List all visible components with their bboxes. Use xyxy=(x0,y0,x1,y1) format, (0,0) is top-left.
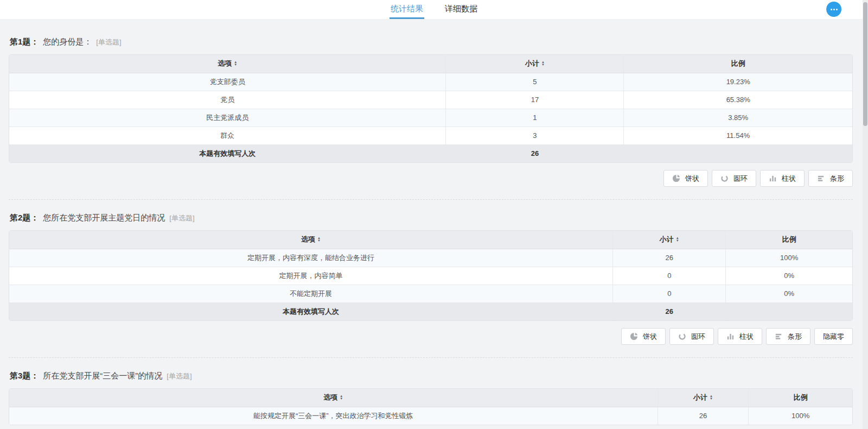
more-ellipsis-icon xyxy=(831,9,832,10)
question-type-tag: [单选题] xyxy=(169,214,194,222)
column-header-subtotal[interactable]: 小计▲▼ xyxy=(613,231,726,249)
ring-chart-button[interactable]: 圆环 xyxy=(712,170,756,187)
subtotal-cell: 3 xyxy=(446,127,624,144)
option-cell: 定期开展，内容简单 xyxy=(9,267,613,285)
sort-icon[interactable]: ▲▼ xyxy=(340,395,343,400)
ratio-cell: 3.85% xyxy=(624,109,852,127)
chart-type-buttons: 饼状 圆环 柱状 条形 隐藏零 xyxy=(9,328,853,345)
option-cell: 民主党派成员 xyxy=(9,109,446,127)
table-header-row: 选项▲▼ 小计▲▼ 比例 xyxy=(9,389,852,407)
question-block-3: 第3题：所在党支部开展“三会一课”的情况[单选题] 选项▲▼ 小计▲▼ 比例 能… xyxy=(9,358,853,425)
hbar-chart-button[interactable]: 条形 xyxy=(808,170,853,187)
option-cell: 定期开展，内容有深度，能结合业务进行 xyxy=(9,249,613,267)
option-cell: 党员 xyxy=(9,91,446,109)
total-row: 本题有效填写人次 26 xyxy=(9,302,852,320)
question-block-2: 第2题：您所在党支部开展主题党日的情况[单选题] 选项▲▼ 小计▲▼ 比例 定期… xyxy=(9,200,853,358)
total-value: 26 xyxy=(613,302,726,320)
ring-chart-button[interactable]: 圆环 xyxy=(669,328,714,345)
ratio-cell: 0% xyxy=(726,267,852,285)
subtotal-cell: 17 xyxy=(446,91,624,109)
question-title: 第2题：您所在党支部开展主题党日的情况[单选题] xyxy=(9,213,853,223)
subtotal-cell: 26 xyxy=(613,249,726,267)
question-title: 第3题：所在党支部开展“三会一课”的情况[单选题] xyxy=(9,371,853,381)
sort-icon[interactable]: ▲▼ xyxy=(710,395,713,400)
column-header-ratio: 比例 xyxy=(726,231,852,249)
column-chart-button[interactable]: 柱状 xyxy=(760,170,805,187)
tab-detailed-data[interactable]: 详细数据 xyxy=(444,0,478,19)
hide-zero-button[interactable]: 隐藏零 xyxy=(814,328,853,345)
subtotal-cell: 0 xyxy=(613,285,726,302)
column-header-subtotal[interactable]: 小计▲▼ xyxy=(658,389,749,407)
ratio-cell: 11.54% xyxy=(624,127,852,144)
subtotal-cell: 26 xyxy=(658,407,749,425)
column-icon xyxy=(726,332,735,340)
table-header-row: 选项▲▼ 小计▲▼ 比例 xyxy=(9,231,852,249)
table-row: 党支部委员 5 19.23% xyxy=(9,73,852,91)
results-content: 第1题：您的身份是：[单选题] 选项▲▼ 小计▲▼ 比例 党支部委员 5 19.… xyxy=(0,20,868,425)
question-text: 您所在党支部开展主题党日的情况 xyxy=(43,213,165,222)
total-value: 26 xyxy=(446,144,624,162)
stats-table: 选项▲▼ 小计▲▼ 比例 定期开展，内容有深度，能结合业务进行 26 100% … xyxy=(9,230,853,321)
sort-icon[interactable]: ▲▼ xyxy=(234,61,237,66)
ring-icon xyxy=(678,332,686,340)
column-header-option[interactable]: 选项▲▼ xyxy=(9,389,658,407)
column-header-ratio: 比例 xyxy=(624,55,852,73)
ratio-cell: 0% xyxy=(726,285,852,302)
pie-icon xyxy=(630,332,638,340)
question-type-tag: [单选题] xyxy=(96,38,121,46)
table-row: 不能定期开展 0 0% xyxy=(9,285,852,302)
ring-icon xyxy=(720,174,729,182)
ratio-cell: 100% xyxy=(726,249,852,267)
subtotal-cell: 5 xyxy=(446,73,624,91)
column-header-subtotal[interactable]: 小计▲▼ xyxy=(446,55,624,73)
table-row: 党员 17 65.38% xyxy=(9,91,852,109)
question-text: 您的身份是： xyxy=(43,37,92,46)
table-row: 定期开展，内容有深度，能结合业务进行 26 100% xyxy=(9,249,852,267)
table-row: 能按规定开展“三会一课”，突出政治学习和党性锻炼 26 100% xyxy=(9,407,852,425)
sort-icon[interactable]: ▲▼ xyxy=(541,61,545,66)
stats-table: 选项▲▼ 小计▲▼ 比例 能按规定开展“三会一课”，突出政治学习和党性锻炼 26… xyxy=(9,388,853,425)
question-type-tag: [单选题] xyxy=(167,372,192,380)
pie-chart-button[interactable]: 饼状 xyxy=(663,170,708,187)
tab-statistics[interactable]: 统计结果 xyxy=(390,0,424,19)
question-text: 所在党支部开展“三会一课”的情况 xyxy=(43,371,162,380)
ratio-cell: 65.38% xyxy=(624,91,852,109)
sort-icon[interactable]: ▲▼ xyxy=(317,237,321,242)
hbar-icon xyxy=(817,174,825,182)
question-block-1: 第1题：您的身份是：[单选题] 选项▲▼ 小计▲▼ 比例 党支部委员 5 19.… xyxy=(9,20,853,200)
tab-bar: 统计结果 详细数据 xyxy=(0,0,868,20)
pie-chart-button[interactable]: 饼状 xyxy=(621,328,666,345)
column-icon xyxy=(769,174,777,182)
ratio-cell: 100% xyxy=(749,407,852,425)
hbar-chart-button[interactable]: 条形 xyxy=(766,328,810,345)
chart-type-buttons: 饼状 圆环 柱状 条形 xyxy=(9,170,853,187)
option-cell: 群众 xyxy=(9,127,446,144)
table-row: 民主党派成员 1 3.85% xyxy=(9,109,852,127)
table-header-row: 选项▲▼ 小计▲▼ 比例 xyxy=(9,55,852,73)
hbar-icon xyxy=(775,332,783,340)
more-actions-button[interactable] xyxy=(826,2,841,17)
column-chart-button[interactable]: 柱状 xyxy=(718,328,762,345)
column-header-option[interactable]: 选项▲▼ xyxy=(9,231,613,249)
subtotal-cell: 1 xyxy=(446,109,624,127)
table-row: 群众 3 11.54% xyxy=(9,127,852,144)
question-number: 第1题： xyxy=(10,37,39,46)
question-number: 第2题： xyxy=(10,213,39,222)
total-label: 本题有效填写人次 xyxy=(9,302,613,320)
sort-icon[interactable]: ▲▼ xyxy=(676,237,679,242)
table-row: 定期开展，内容简单 0 0% xyxy=(9,267,852,285)
column-header-ratio: 比例 xyxy=(749,389,852,407)
scrollbar-thumb[interactable] xyxy=(863,2,867,126)
pie-icon xyxy=(672,174,680,182)
scrollbar-track xyxy=(863,0,868,429)
option-cell: 能按规定开展“三会一课”，突出政治学习和党性锻炼 xyxy=(9,407,658,425)
total-row: 本题有效填写人次 26 xyxy=(9,144,852,162)
stats-table: 选项▲▼ 小计▲▼ 比例 党支部委员 5 19.23% 党员 17 65.38% xyxy=(9,54,853,163)
question-title: 第1题：您的身份是：[单选题] xyxy=(9,37,853,47)
option-cell: 党支部委员 xyxy=(9,73,446,91)
option-cell: 不能定期开展 xyxy=(9,285,613,302)
question-number: 第3题： xyxy=(10,371,39,380)
total-label: 本题有效填写人次 xyxy=(9,144,446,162)
column-header-option[interactable]: 选项▲▼ xyxy=(9,55,446,73)
subtotal-cell: 0 xyxy=(613,267,726,285)
